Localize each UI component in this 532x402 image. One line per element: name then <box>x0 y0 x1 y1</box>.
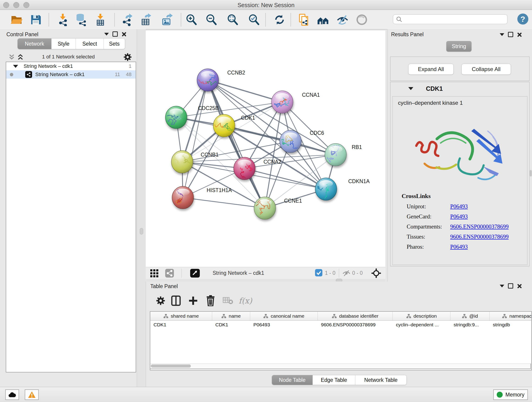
network-node-cdkn1a[interactable]: CDKN1A <box>315 178 370 200</box>
panel-close-icon[interactable] <box>517 284 521 288</box>
network-node-hist1h1a[interactable]: HIST1H1A <box>172 186 232 209</box>
collapse-entry-icon[interactable] <box>408 87 413 90</box>
gear-icon[interactable] <box>123 53 132 61</box>
crosslink-link[interactable]: P06493 <box>450 203 468 210</box>
open-folder-icon[interactable] <box>10 13 23 26</box>
delete-column-icon[interactable] <box>205 295 216 307</box>
delete-table-icon[interactable] <box>222 295 234 307</box>
crosslink-link[interactable]: 9606.ENSP00000378699 <box>450 234 509 240</box>
network-tree-item-row[interactable]: String Network – cdk1 11 48 <box>6 70 136 79</box>
panel-close-icon[interactable] <box>121 32 126 36</box>
tab-style[interactable]: Style <box>51 38 76 49</box>
grid-view-icon[interactable] <box>150 269 159 278</box>
network-node-ccna1[interactable]: CCNA1 <box>272 91 320 113</box>
memory-button[interactable]: Memory <box>493 389 528 400</box>
cloud-button[interactable] <box>5 389 19 400</box>
network-share-icon[interactable] <box>165 269 174 278</box>
panel-menu-icon[interactable] <box>500 33 504 36</box>
table-cell[interactable]: stringdb:9... <box>450 321 490 329</box>
column-header-id[interactable]: @id <box>450 312 490 320</box>
table-cell[interactable]: CDK1 <box>212 321 250 329</box>
network-edge[interactable] <box>183 80 208 198</box>
table-cell[interactable]: cyclin–dependent ... <box>393 321 450 329</box>
tab-string[interactable]: String <box>446 41 472 51</box>
network-edge[interactable] <box>176 102 282 117</box>
node-table[interactable]: shared namenamecanonical namedatabase id… <box>150 311 532 370</box>
results-scrollbar[interactable] <box>530 170 532 177</box>
network-edge[interactable] <box>183 198 265 208</box>
expand-all-button[interactable]: Expand All <box>408 64 454 75</box>
search-input[interactable] <box>402 16 500 22</box>
gene-header[interactable]: CDK1 <box>390 82 529 96</box>
tab-edge-table[interactable]: Edge Table <box>312 375 355 385</box>
table-gear-icon[interactable] <box>155 295 167 307</box>
hidden-eye-icon[interactable] <box>342 270 351 277</box>
zoom-in-icon[interactable] <box>185 13 198 26</box>
panel-float-icon[interactable] <box>113 32 118 37</box>
network-edge[interactable] <box>208 80 282 102</box>
export-network-icon[interactable] <box>120 13 133 26</box>
function-builder-icon[interactable]: f(x) <box>239 295 251 307</box>
search-field[interactable] <box>393 14 507 24</box>
import-network-icon[interactable] <box>56 13 70 26</box>
zoom-fit-icon[interactable] <box>226 13 239 26</box>
birdseye-view-icon[interactable] <box>190 269 200 278</box>
column-header-namespace[interactable]: namespace <box>490 312 532 320</box>
panel-float-icon[interactable] <box>508 32 513 37</box>
export-image-icon[interactable] <box>160 13 173 26</box>
network-node-rb1[interactable]: RB1 <box>325 143 362 166</box>
column-header-description[interactable]: description <box>393 312 450 320</box>
table-cell[interactable]: CDK1 <box>150 321 212 329</box>
zoom-selected-icon[interactable] <box>247 13 260 26</box>
network-tree-root-row[interactable]: String Network – cdk1 1 <box>6 62 136 70</box>
table-horizontal-scrollbar[interactable] <box>150 364 531 369</box>
panel-float-icon[interactable] <box>508 283 513 288</box>
crosshair-icon[interactable] <box>371 268 381 278</box>
two-houses-icon[interactable] <box>317 13 330 26</box>
eye-slash-icon[interactable] <box>336 13 349 26</box>
table-row[interactable]: CDK1CDK1P064939606.ENSP00000378699cyclin… <box>150 321 531 329</box>
network-node-ccnb2[interactable]: CCNB2 <box>195 69 245 91</box>
network-node-ccne1[interactable]: CCNE1 <box>254 197 302 219</box>
warning-button[interactable] <box>25 389 39 400</box>
tree-expander-icon[interactable] <box>13 65 18 68</box>
help-button[interactable]: ? <box>517 13 528 25</box>
save-floppy-icon[interactable] <box>29 13 42 26</box>
eye-gray-icon[interactable] <box>355 13 368 26</box>
tab-select[interactable]: Select <box>76 38 104 49</box>
horizontal-splitter[interactable] <box>146 279 385 281</box>
crosslink-link[interactable]: 9606.ENSP00000378699 <box>450 223 509 230</box>
zoom-out-icon[interactable] <box>205 13 218 26</box>
table-cell[interactable]: P06493 <box>250 321 318 329</box>
tab-node-table[interactable]: Node Table <box>272 375 312 385</box>
crosslink-link[interactable]: P06493 <box>450 244 468 250</box>
network-node-ccnb1[interactable]: CCNB1 <box>169 151 219 173</box>
scrollbar-thumb[interactable] <box>151 364 191 368</box>
tab-network[interactable]: Network <box>18 38 51 49</box>
column-header-database-identifier[interactable]: database identifier <box>318 312 393 320</box>
panel-menu-icon[interactable] <box>500 285 504 287</box>
panel-close-icon[interactable] <box>517 32 521 37</box>
column-header-name[interactable]: name <box>212 312 250 320</box>
add-column-icon[interactable] <box>187 295 199 307</box>
crosslink-link[interactable]: P06493 <box>450 213 468 220</box>
network-node-cdk1[interactable]: CDK1 <box>211 114 255 137</box>
copy-pages-icon[interactable] <box>297 13 310 26</box>
tab-sets[interactable]: Sets <box>104 38 125 49</box>
table-cell[interactable]: 9606.ENSP00000378699 <box>318 321 393 329</box>
column-header-canonical-name[interactable]: canonical name <box>250 312 318 320</box>
left-splitter[interactable] <box>137 29 146 387</box>
column-header-shared-name[interactable]: shared name <box>150 312 212 320</box>
network-node-cdc25b[interactable]: CDC25B <box>165 105 219 128</box>
export-table-icon[interactable] <box>139 13 152 26</box>
collapse-all-button[interactable]: Collapse All <box>462 64 511 75</box>
table-cell[interactable]: stringdb <box>490 321 532 329</box>
network-canvas[interactable]: CCNB2CCNA1CDC25BCDK1CDC6RB1CCNB1CCNA2CDK… <box>146 30 385 267</box>
import-table-icon[interactable] <box>94 13 107 26</box>
panel-menu-icon[interactable] <box>104 33 109 36</box>
refresh-icon[interactable] <box>273 13 286 26</box>
import-database-icon[interactable] <box>75 13 88 26</box>
splitter-handle[interactable] <box>140 228 143 235</box>
show-columns-icon[interactable] <box>170 295 182 307</box>
selected-checkbox-icon[interactable] <box>315 269 323 277</box>
